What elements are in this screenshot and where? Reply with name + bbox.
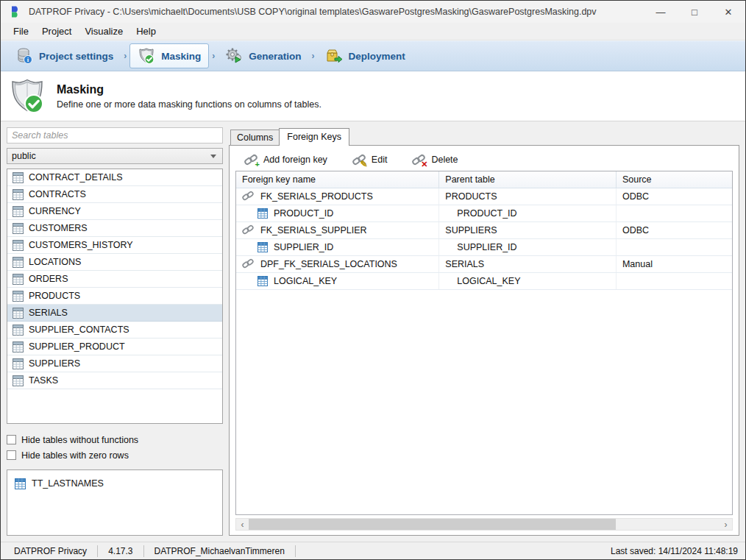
table-list-item[interactable]: PRODUCTS — [7, 288, 222, 305]
delete-foreign-key-button[interactable]: ✕ Delete — [409, 152, 461, 168]
foreign-key-row[interactable]: SUPPLIER_ID SUPPLIER_ID — [236, 239, 732, 256]
table-name: SUPPLIER_CONTACTS — [29, 325, 129, 335]
add-foreign-key-button[interactable]: + Add foreign key — [241, 152, 330, 168]
button-label: Delete — [431, 155, 458, 165]
foreign-key-name: LOGICAL_KEY — [274, 276, 337, 286]
breadcrumb-label: Masking — [161, 51, 201, 62]
table-list-item[interactable]: ORDERS — [7, 271, 222, 288]
table-list-item[interactable]: CUSTOMERS — [7, 220, 222, 237]
parent-table-cell: PRODUCT_ID — [439, 205, 617, 221]
status-divider — [295, 545, 296, 557]
foreign-key-name: DPF_FK_SERIALS_LOCATIONS — [260, 259, 397, 269]
checkbox-icon[interactable] — [7, 435, 16, 444]
table-list-item[interactable]: SUPPLIER_CONTACTS — [7, 322, 222, 339]
breadcrumb-generation[interactable]: Generation — [218, 44, 308, 68]
scrollbar-thumb[interactable] — [249, 519, 616, 530]
search-input[interactable] — [7, 127, 223, 143]
edit-foreign-key-button[interactable]: ✎ Edit — [349, 152, 391, 168]
tab-strip: Columns Foreign Keys — [229, 127, 739, 145]
status-app-name: DATPROF Privacy — [4, 546, 97, 556]
table-list-item[interactable]: CUSTOMERS_HISTORY — [7, 237, 222, 254]
foreign-key-row[interactable]: LOGICAL_KEY LOGICAL_KEY — [236, 273, 732, 290]
table-grid-icon — [13, 308, 24, 319]
table-name: LOCATIONS — [29, 257, 81, 267]
table-name: CUSTOMERS_HISTORY — [29, 240, 133, 250]
foreign-key-row[interactable]: DPF_FK_SERIALS_LOCATIONS SERIALS Manual — [236, 256, 732, 273]
table-grid-icon — [13, 189, 24, 200]
breadcrumb-masking[interactable]: Masking — [129, 43, 209, 68]
minimize-button[interactable]: — — [644, 1, 678, 23]
foreign-keys-table: Foreign key name Parent table Source — [235, 171, 733, 515]
content-area: public CONTRACT_DETAILS — [1, 121, 745, 542]
foreign-key-row[interactable]: FK_SERIALS_PRODUCTS PRODUCTS ODBC — [236, 188, 732, 205]
table-list-item[interactable]: CONTRACT_DETAILS — [7, 169, 222, 186]
menu-file[interactable]: File — [7, 24, 35, 38]
tab-foreign-keys[interactable]: Foreign Keys — [279, 128, 349, 146]
window-title: DATPROF Privacy - C:\Users\michaelt\Docu… — [29, 7, 644, 17]
table-list-item[interactable]: LOCATIONS — [7, 254, 222, 271]
table-list-item[interactable]: SERIALS — [7, 305, 222, 322]
table-name: SUPPLIERS — [29, 358, 80, 369]
foreign-keys-header: Foreign key name Parent table Source — [236, 171, 732, 188]
table-grid-icon — [13, 325, 24, 336]
foreign-key-row[interactable]: PRODUCT_ID PRODUCT_ID — [236, 205, 732, 222]
breadcrumb-project-settings[interactable]: i Project settings — [8, 44, 121, 68]
button-label: Edit — [372, 155, 388, 165]
parent-table-cell: SERIALS — [439, 256, 617, 272]
table-name: ORDERS — [29, 274, 68, 284]
filter-hide-without-functions[interactable]: Hide tables without functions — [7, 432, 223, 447]
scroll-right-arrow-icon[interactable]: › — [720, 519, 732, 530]
foreign-key-row[interactable]: FK_SERIALS_SUPPLIER SUPPLIERS ODBC — [236, 222, 732, 239]
schema-select[interactable]: public — [7, 148, 223, 164]
table-name: TASKS — [29, 375, 58, 386]
parent-table-cell: PRODUCTS — [439, 188, 617, 205]
foreign-key-name: FK_SERIALS_PRODUCTS — [260, 191, 373, 202]
chain-delete-icon: ✕ — [412, 154, 425, 166]
tab-columns[interactable]: Columns — [230, 130, 280, 146]
table-grid-icon — [13, 240, 24, 251]
parent-table-cell: LOGICAL_KEY — [439, 273, 617, 289]
breadcrumb-label: Deployment — [349, 51, 405, 62]
source-cell — [617, 205, 732, 221]
checkbox-icon[interactable] — [7, 450, 16, 460]
status-last-saved: Last saved: 14/11/2024 11:48:19 — [611, 546, 738, 556]
table-grid-icon — [13, 291, 24, 302]
foreign-key-name: FK_SERIALS_SUPPLIER — [260, 225, 367, 235]
column-header-parent-table[interactable]: Parent table — [439, 171, 617, 188]
table-name: CURRENCY — [29, 206, 81, 216]
menu-bar: File Project Visualize Help — [1, 23, 745, 40]
table-name: CONTRACTS — [29, 189, 86, 199]
parent-table-cell: SUPPLIER_ID — [439, 239, 617, 255]
table-list-item[interactable]: SUPPLIER_PRODUCT — [7, 339, 222, 355]
title-bar: DATPROF Privacy - C:\Users\michaelt\Docu… — [1, 1, 745, 23]
menu-project[interactable]: Project — [35, 24, 78, 38]
table-grid-icon — [13, 223, 24, 234]
column-header-foreign-key-name[interactable]: Foreign key name — [236, 171, 439, 188]
table-list-item[interactable]: SUPPLIERS — [7, 355, 222, 372]
masking-shield-icon — [8, 77, 46, 116]
page-header: Masking Define one or more data masking … — [1, 71, 745, 121]
maximize-button[interactable]: □ — [678, 1, 711, 23]
breadcrumb-deployment[interactable]: Deployment — [318, 44, 413, 68]
close-button[interactable]: ✕ — [711, 1, 745, 23]
menu-visualize[interactable]: Visualize — [78, 24, 129, 38]
status-user: DATPROF_MichaelvanTimmeren — [144, 546, 295, 556]
horizontal-scrollbar[interactable]: ‹ › — [235, 518, 733, 531]
table-grid-icon — [13, 172, 24, 183]
breadcrumb-label: Project settings — [39, 51, 113, 62]
translation-table-item[interactable]: TT_LASTNAMES — [7, 475, 222, 492]
scroll-left-arrow-icon[interactable]: ‹ — [236, 519, 249, 530]
table-list-item[interactable]: TASKS — [7, 372, 222, 389]
scrollbar-track[interactable] — [249, 519, 720, 530]
column-header-source[interactable]: Source — [617, 171, 732, 188]
status-version: 4.17.3 — [98, 546, 143, 556]
table-name: SUPPLIER_PRODUCT — [29, 341, 125, 352]
breadcrumb-separator: › — [124, 51, 127, 61]
filter-hide-zero-rows[interactable]: Hide tables with zero rows — [7, 447, 223, 463]
table-grid-icon — [13, 375, 24, 386]
table-grid-icon — [13, 358, 24, 369]
table-list-item[interactable]: CURRENCY — [7, 203, 222, 220]
menu-help[interactable]: Help — [129, 24, 163, 38]
table-list-item[interactable]: CONTRACTS — [7, 186, 222, 203]
translation-table-icon — [15, 478, 26, 489]
